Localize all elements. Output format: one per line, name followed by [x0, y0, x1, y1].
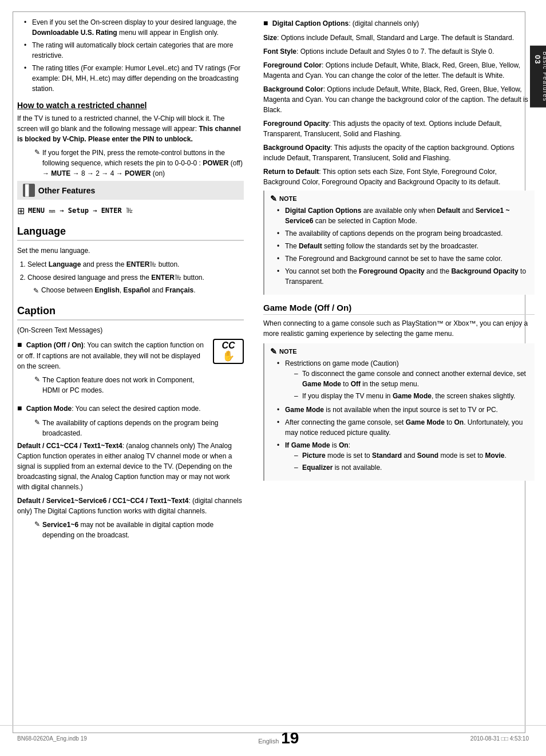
caption-section: Caption (On-Screen Text Messages) ■ Capt… [17, 305, 244, 540]
list-item: To disconnect the game console and conne… [294, 369, 529, 389]
list-item: Digital Caption Options are available on… [277, 205, 529, 226]
digital-caption-header: ■ Digital Caption Options: (digital chan… [263, 17, 535, 29]
bg-color-option: Background Color: Options include Defaul… [263, 84, 535, 115]
note-label: ✎ NOTE [270, 347, 529, 356]
language-intro: Set the menu language. [17, 246, 244, 256]
list-item: The Default setting follow the standards… [277, 241, 529, 251]
english-label: English [258, 738, 279, 745]
caption-note1: ✎ The Caption feature does not work in C… [23, 375, 206, 395]
menu-path-row: ⊞ MENU ㎜ → Setup → ENTER ㎔ [17, 205, 244, 216]
pencil-icon: ✎ [34, 520, 40, 528]
game-mode-title: Game Mode (Off / On) [263, 303, 535, 315]
left-column: Even if you set the On-screen display to… [17, 17, 258, 739]
cc-hand-icon: ✋ [222, 350, 235, 362]
caption-title: Caption [17, 305, 244, 320]
menu-icon: ⊞ [17, 205, 25, 216]
game-mode-section: Game Mode (Off / On) When connecting to … [263, 303, 535, 481]
caption-mode-para: ■ Caption Mode: You can select the desir… [17, 402, 244, 414]
caption-notes-list: Digital Caption Options are available on… [270, 205, 529, 287]
game-mode-intro: When connecting to a game console such a… [263, 318, 535, 339]
pencil-icon: ✎ [33, 286, 39, 296]
caption-mode-note-text: The availability of captions depends on … [42, 418, 244, 438]
digital-caption-note-block: ✎ NOTE Digital Caption Options are avail… [263, 191, 535, 295]
sq-bullet: ■ [17, 403, 22, 413]
note-icon: ✎ [270, 347, 277, 356]
caption-mode-note: ✎ The availability of captions depends o… [23, 418, 244, 438]
return-default-option: Return to Default: This option sets each… [263, 167, 535, 187]
caption-analog-para: Default / CC1~CC4 / Text1~Text4: (analog… [17, 441, 244, 492]
note-text: NOTE [279, 348, 297, 355]
list-item: Select Language and press the ENTER㎔ but… [27, 259, 244, 270]
list-item: Picture mode is set to Standard and Soun… [294, 450, 529, 461]
if-game-mode-list: Picture mode is set to Standard and Soun… [285, 450, 529, 473]
caption-note1-text: The Caption feature does not work in Com… [42, 375, 206, 395]
language-title: Language [17, 225, 244, 241]
caption-off-on-row: ■ Caption (Off / On): You can switch the… [17, 339, 244, 398]
caption-mode-block: ■ Caption Mode: You can select the desir… [17, 402, 244, 540]
list-item: The availability of captions depends on … [277, 228, 529, 239]
page-number: 19 [281, 729, 299, 747]
other-features-label: Other Features [38, 186, 96, 195]
fg-color-option: Foreground Color: Options include Defaul… [263, 60, 535, 81]
footer-right: 2010-08-31 □□ 4:53:10 [470, 735, 529, 742]
language-section: Language Set the menu language. Select L… [17, 225, 244, 296]
caption-off-on-para: ■ Caption (Off / On): You can switch the… [17, 339, 206, 371]
note-label: ✎ NOTE [270, 194, 529, 203]
language-steps: Select Language and press the ENTER㎔ but… [17, 259, 244, 296]
pencil-icon: ✎ [34, 148, 40, 156]
caution-list: To disconnect the game console and conne… [285, 369, 529, 401]
note-text: NOTE [279, 195, 297, 202]
note-icon: ✎ [270, 194, 277, 203]
list-item: If you display the TV menu in Game Mode,… [294, 391, 529, 401]
page-footer: BN68-02620A_Eng.indb 19 English 19 2010-… [0, 725, 546, 747]
pencil-icon: ✎ [34, 375, 40, 383]
list-item: Equalizer is not available. [294, 462, 529, 473]
side-tab-text: Basic Features [542, 52, 546, 102]
how-to-watch-section: How to watch a restricted channel If the… [17, 101, 244, 179]
service-note-text: Service1~6 may not be available in digit… [42, 520, 244, 540]
sq-bullet: ■ [263, 18, 268, 27]
bg-opacity-option: Background Opacity: This adjusts the opa… [263, 143, 535, 163]
list-item: You cannot set both the Foreground Opaci… [277, 266, 529, 287]
other-features-box: ▌ Other Features [17, 181, 244, 200]
how-to-watch-para: If the TV is tuned to a restricted chann… [17, 113, 244, 144]
caption-subtitle: (On-Screen Text Messages) [17, 325, 244, 335]
list-item: The Foreground and Background cannot be … [277, 254, 529, 264]
service-note: ✎ Service1~6 may not be available in dig… [23, 520, 244, 540]
pencil-icon: ✎ [34, 418, 40, 426]
bar-icon: ▌ [23, 184, 35, 197]
list-item: After connecting the game console, set G… [277, 417, 529, 438]
language-note-text: Choose between English, Español and Fran… [41, 285, 244, 295]
how-to-watch-heading: How to watch a restricted channel [17, 101, 244, 110]
list-item: The rating will automatically block cert… [24, 40, 244, 61]
list-item: Even if you set the On-screen display to… [24, 17, 244, 38]
size-option: Size: Options include Default, Small, St… [263, 33, 535, 43]
other-features-section: ▌ Other Features ⊞ MENU ㎜ → Setup → ENTE… [17, 181, 244, 216]
sq-bullet: ■ [17, 340, 22, 349]
side-tab: 03 Basic Features [530, 46, 546, 108]
pin-note-text: If you forget the PIN, press the remote-… [42, 148, 244, 179]
pin-note: ✎ If you forget the PIN, press the remot… [23, 148, 244, 179]
intro-bullet-list: Even if you set the On-screen display to… [17, 17, 244, 94]
fg-opacity-option: Foreground Opacity: This adjusts the opa… [263, 118, 535, 139]
language-note: ✎ Choose between English, Español and Fr… [33, 285, 244, 296]
cc-icon-container: CC ✋ [213, 339, 244, 364]
list-item: Restrictions on game mode (Caution) To d… [277, 358, 529, 401]
caption-off-on-content: ■ Caption (Off / On): You can switch the… [17, 339, 206, 398]
font-style-option: Font Style: Options include Default and … [263, 46, 535, 57]
side-tab-number: 03 [533, 55, 542, 102]
list-item: If Game Mode is On: Picture mode is set … [277, 440, 529, 473]
page-number-block: English 19 [258, 729, 299, 747]
menu-path: MENU ㎜ → Setup → ENTER ㎔ [28, 206, 133, 216]
caption-digital-para: Default / Service1~Service6 / CC1~CC4 / … [17, 496, 244, 516]
digital-caption-section: ■ Digital Caption Options: (digital chan… [263, 17, 535, 295]
list-item: The rating titles (For example: Humor Le… [24, 63, 244, 94]
game-mode-notes: Restrictions on game mode (Caution) To d… [270, 358, 529, 473]
list-item: Choose desired language and press the EN… [27, 272, 244, 296]
right-column: ■ Digital Caption Options: (digital chan… [258, 17, 535, 739]
list-item: Game Mode is not available when the inpu… [277, 405, 529, 415]
game-mode-note-block: ✎ NOTE Restrictions on game mode (Cautio… [263, 343, 535, 481]
footer-left: BN68-02620A_Eng.indb 19 [17, 735, 87, 742]
